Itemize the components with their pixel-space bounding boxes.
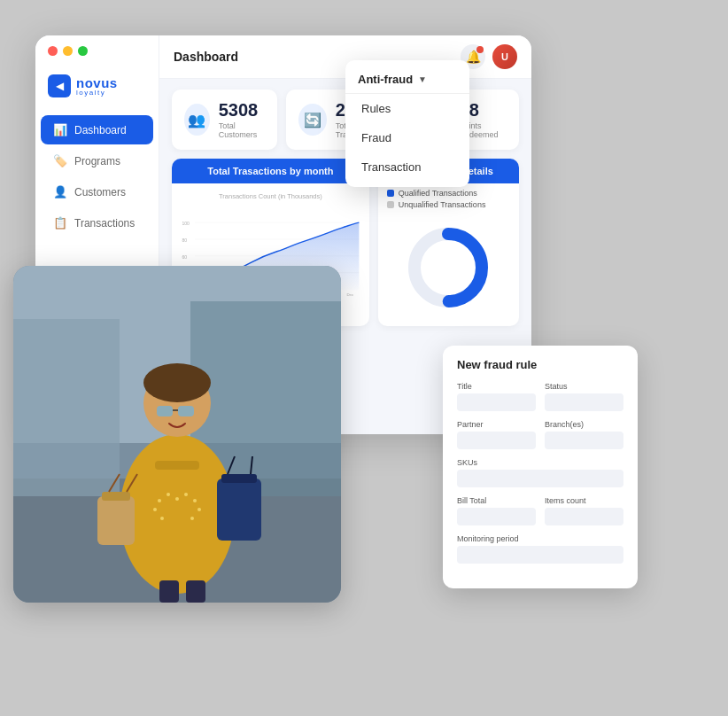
svg-rect-33 [155,461,199,470]
partner-label: Partner [457,420,536,429]
status-label: Status [545,382,623,391]
sidebar-item-dashboard[interactable]: 📊 Dashboard [41,115,153,144]
antiFraud-label: Anti-fraud [358,73,413,86]
form-group-items: Items count [545,496,623,525]
form-group-title: Title [457,382,536,411]
qualified-dot [387,190,394,197]
form-row-bill-items: Bill Total Items count [457,496,623,525]
dropdown-trigger[interactable]: Anti-fraud ▼ [345,66,469,94]
form-row-partner-branch: Partner Branch(es) [457,420,623,449]
donut-svg [404,223,492,312]
chart-legend: Qualified Transactions Unqualified Trans… [378,183,519,214]
window-controls [48,46,88,56]
status-input[interactable] [545,393,623,411]
form-group-skus: SKUs [457,458,623,487]
svg-rect-34 [97,496,135,545]
svg-point-45 [167,493,170,496]
svg-rect-30 [157,406,173,416]
svg-rect-35 [102,492,130,501]
svg-point-52 [190,517,194,520]
svg-point-50 [197,508,201,511]
branch-input[interactable] [545,432,623,449]
title-label: Title [457,382,536,391]
dropdown-item-fraud[interactable]: Fraud [345,123,469,152]
customers-number: 5308 [219,100,265,121]
form-group-status: Status [545,382,623,411]
skus-label: SKUs [457,458,623,467]
dropdown-item-rules[interactable]: Rules [345,94,469,123]
sidebar-item-transactions[interactable]: 📋 Transactions [41,208,153,237]
skus-input[interactable] [457,470,623,487]
svg-rect-25 [13,319,120,496]
bill-label: Bill Total [457,496,536,505]
items-input[interactable] [545,508,623,525]
sidebar-label-customers: Customers [74,186,126,198]
stat-card-customers: 👥 5308 Total Customers [172,90,277,150]
svg-rect-42 [159,580,179,603]
page-title: Dashboard [174,50,238,64]
fraud-rule-form: New fraud rule Title Status Partner Bran… [443,346,638,588]
svg-text:100: 100 [182,221,190,226]
svg-rect-31 [178,406,194,416]
legend-qualified: Qualified Transactions [387,189,510,198]
title-input[interactable] [457,393,536,411]
unqualified-label: Unqualified Transactions [399,200,486,209]
partner-input[interactable] [457,432,536,449]
unqualified-dot [387,201,394,208]
svg-point-51 [160,517,164,520]
collapse-icon[interactable]: ◀ [56,80,64,92]
notification-badge [476,46,484,53]
legend-unqualified: Unqualified Transactions [387,200,510,209]
shopping-photo-svg [13,266,341,603]
customers-stat-icon: 👥 [184,104,210,136]
sidebar-item-programs[interactable]: 🏷️ Programs [41,146,153,175]
sidebar-label-programs: Programs [74,155,120,167]
transactions-icon: 📋 [53,216,67,230]
programs-icon: 🏷️ [53,154,67,167]
minimize-button[interactable] [63,46,73,56]
sidebar-item-customers[interactable]: 👤 Customers [41,177,153,206]
monitoring-label: Monitoring period [457,534,623,543]
dropdown-item-transaction[interactable]: Transaction [345,152,469,182]
logo-icon: ◀ [48,74,71,97]
svg-rect-38 [217,479,261,541]
svg-point-44 [158,499,161,502]
svg-point-49 [153,508,157,511]
maximize-button[interactable] [78,46,88,56]
transactions-stat-icon: 🔄 [298,104,327,136]
svg-rect-43 [186,580,205,603]
customers-label: Total Customers [219,121,265,139]
avatar[interactable]: U [492,44,517,69]
fraud-form-title: New fraud rule [457,358,623,371]
svg-point-47 [184,493,188,496]
monitoring-input[interactable] [457,546,623,564]
svg-text:Dec: Dec [346,292,354,297]
svg-point-46 [175,497,179,501]
close-button[interactable] [48,46,58,56]
dashboard-icon: 📊 [53,123,67,136]
form-group-branch: Branch(es) [545,420,623,449]
qualified-label: Qualified Transactions [399,189,477,198]
shopping-photo [13,266,341,603]
branch-label: Branch(es) [545,420,623,429]
form-row-title-status: Title Status [457,382,623,411]
line-chart-title: Total Trasactions by month [172,159,369,183]
form-group-bill: Bill Total [457,496,536,525]
svg-point-48 [193,499,197,502]
svg-text:80: 80 [182,237,187,243]
line-chart-subtitle: Transactions Count (in Thousands) [181,191,360,200]
form-group-partner: Partner [457,420,536,449]
bill-input[interactable] [457,508,536,525]
logo: ◀ novus loyalty [35,67,159,113]
sidebar-label-dashboard: Dashboard [74,124,127,136]
svg-text:60: 60 [182,254,187,260]
customers-icon: 👤 [53,185,67,198]
svg-point-29 [143,363,211,402]
items-label: Items count [545,496,623,505]
dropdown-menu: Anti-fraud ▼ Rules Fraud Transaction [345,60,469,187]
svg-rect-39 [221,474,257,483]
chevron-down-icon: ▼ [418,74,427,84]
sidebar-label-transactions: Transactions [74,217,135,230]
form-group-monitoring: Monitoring period [457,534,623,564]
donut-wrap [378,214,519,321]
